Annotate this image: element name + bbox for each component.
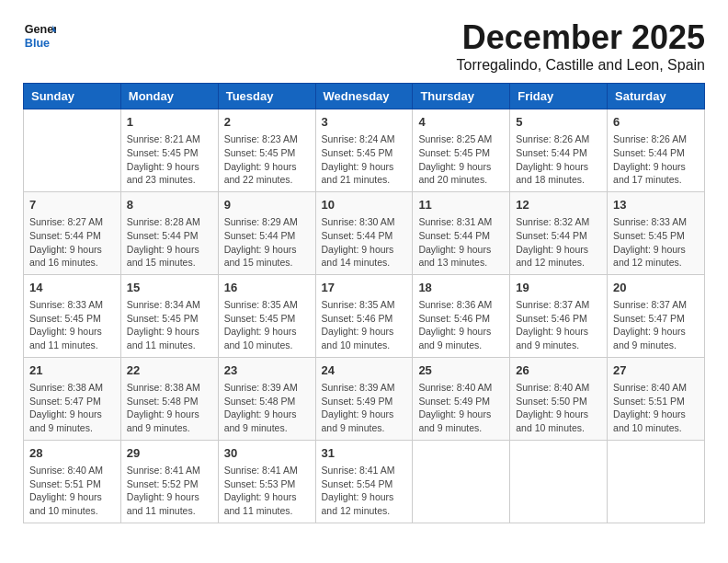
calendar-cell xyxy=(413,440,510,523)
calendar-cell: 17Sunrise: 8:35 AM Sunset: 5:46 PM Dayli… xyxy=(315,274,413,357)
day-info: Sunrise: 8:33 AM Sunset: 5:45 PM Dayligh… xyxy=(613,215,699,270)
header-row: SundayMondayTuesdayWednesdayThursdayFrid… xyxy=(24,84,705,109)
calendar-cell: 26Sunrise: 8:40 AM Sunset: 5:50 PM Dayli… xyxy=(510,357,608,440)
day-info: Sunrise: 8:35 AM Sunset: 5:45 PM Dayligh… xyxy=(224,298,310,352)
calendar-cell: 27Sunrise: 8:40 AM Sunset: 5:51 PM Dayli… xyxy=(608,357,705,440)
day-number: 31 xyxy=(322,445,407,462)
day-info: Sunrise: 8:23 AM Sunset: 5:45 PM Dayligh… xyxy=(224,132,310,187)
day-info: Sunrise: 8:40 AM Sunset: 5:49 PM Dayligh… xyxy=(418,381,504,435)
day-number: 4 xyxy=(418,114,504,131)
logo: General Blue xyxy=(23,18,56,52)
calendar-cell: 18Sunrise: 8:36 AM Sunset: 5:46 PM Dayli… xyxy=(413,274,510,357)
calendar-cell: 30Sunrise: 8:41 AM Sunset: 5:53 PM Dayli… xyxy=(218,440,315,523)
calendar-cell: 20Sunrise: 8:37 AM Sunset: 5:47 PM Dayli… xyxy=(608,274,705,357)
calendar-cell: 2Sunrise: 8:23 AM Sunset: 5:45 PM Daylig… xyxy=(218,109,315,192)
day-info: Sunrise: 8:39 AM Sunset: 5:48 PM Dayligh… xyxy=(224,381,310,435)
week-row-0: 1Sunrise: 8:21 AM Sunset: 5:45 PM Daylig… xyxy=(24,109,705,192)
calendar-cell: 14Sunrise: 8:33 AM Sunset: 5:45 PM Dayli… xyxy=(24,274,121,357)
calendar-cell: 11Sunrise: 8:31 AM Sunset: 5:44 PM Dayli… xyxy=(413,191,510,274)
day-number: 14 xyxy=(29,280,115,296)
day-number: 29 xyxy=(127,445,212,462)
svg-text:General: General xyxy=(25,23,56,36)
day-number: 25 xyxy=(418,362,504,379)
calendar-cell: 16Sunrise: 8:35 AM Sunset: 5:45 PM Dayli… xyxy=(218,274,315,357)
day-number: 20 xyxy=(613,280,699,296)
calendar-cell xyxy=(608,440,705,523)
day-info: Sunrise: 8:37 AM Sunset: 5:47 PM Dayligh… xyxy=(613,298,699,352)
calendar-cell: 21Sunrise: 8:38 AM Sunset: 5:47 PM Dayli… xyxy=(24,357,121,440)
day-number: 2 xyxy=(224,114,310,131)
calendar-table: SundayMondayTuesdayWednesdayThursdayFrid… xyxy=(23,83,705,523)
day-number: 17 xyxy=(322,280,407,296)
day-number: 23 xyxy=(224,362,310,379)
header-sunday: Sunday xyxy=(24,84,121,109)
calendar-cell: 8Sunrise: 8:28 AM Sunset: 5:44 PM Daylig… xyxy=(120,191,218,274)
calendar-cell: 31Sunrise: 8:41 AM Sunset: 5:54 PM Dayli… xyxy=(315,440,413,523)
day-number: 1 xyxy=(127,114,212,131)
day-info: Sunrise: 8:33 AM Sunset: 5:45 PM Dayligh… xyxy=(29,298,115,352)
calendar-cell: 9Sunrise: 8:29 AM Sunset: 5:44 PM Daylig… xyxy=(218,191,315,274)
calendar-cell xyxy=(510,440,608,523)
page-header: General Blue December 2025 Torregalindo,… xyxy=(23,18,705,74)
day-number: 11 xyxy=(418,197,504,213)
logo-icon: General Blue xyxy=(23,18,56,52)
calendar-cell: 5Sunrise: 8:26 AM Sunset: 5:44 PM Daylig… xyxy=(510,109,608,192)
calendar-cell: 13Sunrise: 8:33 AM Sunset: 5:45 PM Dayli… xyxy=(608,191,705,274)
day-number: 30 xyxy=(224,445,310,462)
calendar-cell: 28Sunrise: 8:40 AM Sunset: 5:51 PM Dayli… xyxy=(24,440,121,523)
calendar-cell: 15Sunrise: 8:34 AM Sunset: 5:45 PM Dayli… xyxy=(120,274,218,357)
day-info: Sunrise: 8:40 AM Sunset: 5:51 PM Dayligh… xyxy=(613,381,699,435)
week-row-4: 28Sunrise: 8:40 AM Sunset: 5:51 PM Dayli… xyxy=(24,440,705,523)
day-number: 8 xyxy=(127,197,212,213)
header-monday: Monday xyxy=(120,84,218,109)
day-info: Sunrise: 8:25 AM Sunset: 5:45 PM Dayligh… xyxy=(418,132,504,187)
day-info: Sunrise: 8:26 AM Sunset: 5:44 PM Dayligh… xyxy=(613,132,699,187)
day-info: Sunrise: 8:37 AM Sunset: 5:46 PM Dayligh… xyxy=(516,298,601,352)
day-info: Sunrise: 8:29 AM Sunset: 5:44 PM Dayligh… xyxy=(224,215,310,270)
day-info: Sunrise: 8:41 AM Sunset: 5:54 PM Dayligh… xyxy=(322,464,407,518)
day-info: Sunrise: 8:38 AM Sunset: 5:48 PM Dayligh… xyxy=(127,381,212,435)
calendar-cell: 19Sunrise: 8:37 AM Sunset: 5:46 PM Dayli… xyxy=(510,274,608,357)
day-number: 16 xyxy=(224,280,310,296)
day-info: Sunrise: 8:31 AM Sunset: 5:44 PM Dayligh… xyxy=(418,215,504,270)
day-info: Sunrise: 8:41 AM Sunset: 5:52 PM Dayligh… xyxy=(127,464,212,518)
day-number: 10 xyxy=(322,197,407,213)
day-info: Sunrise: 8:30 AM Sunset: 5:44 PM Dayligh… xyxy=(322,215,407,270)
day-number: 7 xyxy=(29,197,115,213)
title-section: December 2025 Torregalindo, Castille and… xyxy=(457,18,705,74)
day-info: Sunrise: 8:40 AM Sunset: 5:50 PM Dayligh… xyxy=(516,381,601,435)
header-thursday: Thursday xyxy=(413,84,510,109)
day-info: Sunrise: 8:32 AM Sunset: 5:44 PM Dayligh… xyxy=(516,215,601,270)
day-number: 9 xyxy=(224,197,310,213)
calendar-cell xyxy=(24,109,121,192)
day-info: Sunrise: 8:41 AM Sunset: 5:53 PM Dayligh… xyxy=(224,464,310,518)
day-info: Sunrise: 8:40 AM Sunset: 5:51 PM Dayligh… xyxy=(29,464,115,518)
day-info: Sunrise: 8:38 AM Sunset: 5:47 PM Dayligh… xyxy=(29,381,115,435)
week-row-2: 14Sunrise: 8:33 AM Sunset: 5:45 PM Dayli… xyxy=(24,274,705,357)
calendar-cell: 1Sunrise: 8:21 AM Sunset: 5:45 PM Daylig… xyxy=(120,109,218,192)
day-number: 26 xyxy=(516,362,601,379)
calendar-cell: 4Sunrise: 8:25 AM Sunset: 5:45 PM Daylig… xyxy=(413,109,510,192)
day-info: Sunrise: 8:36 AM Sunset: 5:46 PM Dayligh… xyxy=(418,298,504,352)
calendar-cell: 7Sunrise: 8:27 AM Sunset: 5:44 PM Daylig… xyxy=(24,191,121,274)
header-saturday: Saturday xyxy=(608,84,705,109)
calendar-cell: 3Sunrise: 8:24 AM Sunset: 5:45 PM Daylig… xyxy=(315,109,413,192)
calendar-cell: 12Sunrise: 8:32 AM Sunset: 5:44 PM Dayli… xyxy=(510,191,608,274)
header-friday: Friday xyxy=(510,84,608,109)
day-number: 12 xyxy=(516,197,601,213)
calendar-cell: 22Sunrise: 8:38 AM Sunset: 5:48 PM Dayli… xyxy=(120,357,218,440)
calendar-cell: 23Sunrise: 8:39 AM Sunset: 5:48 PM Dayli… xyxy=(218,357,315,440)
day-info: Sunrise: 8:35 AM Sunset: 5:46 PM Dayligh… xyxy=(322,298,407,352)
calendar-cell: 24Sunrise: 8:39 AM Sunset: 5:49 PM Dayli… xyxy=(315,357,413,440)
day-info: Sunrise: 8:24 AM Sunset: 5:45 PM Dayligh… xyxy=(322,132,407,187)
day-number: 15 xyxy=(127,280,212,296)
day-number: 13 xyxy=(613,197,699,213)
day-number: 6 xyxy=(613,114,699,131)
svg-text:Blue: Blue xyxy=(25,37,50,50)
day-info: Sunrise: 8:39 AM Sunset: 5:49 PM Dayligh… xyxy=(322,381,407,435)
week-row-1: 7Sunrise: 8:27 AM Sunset: 5:44 PM Daylig… xyxy=(24,191,705,274)
day-info: Sunrise: 8:21 AM Sunset: 5:45 PM Dayligh… xyxy=(127,132,212,187)
day-info: Sunrise: 8:26 AM Sunset: 5:44 PM Dayligh… xyxy=(516,132,601,187)
calendar-cell: 25Sunrise: 8:40 AM Sunset: 5:49 PM Dayli… xyxy=(413,357,510,440)
header-wednesday: Wednesday xyxy=(315,84,413,109)
